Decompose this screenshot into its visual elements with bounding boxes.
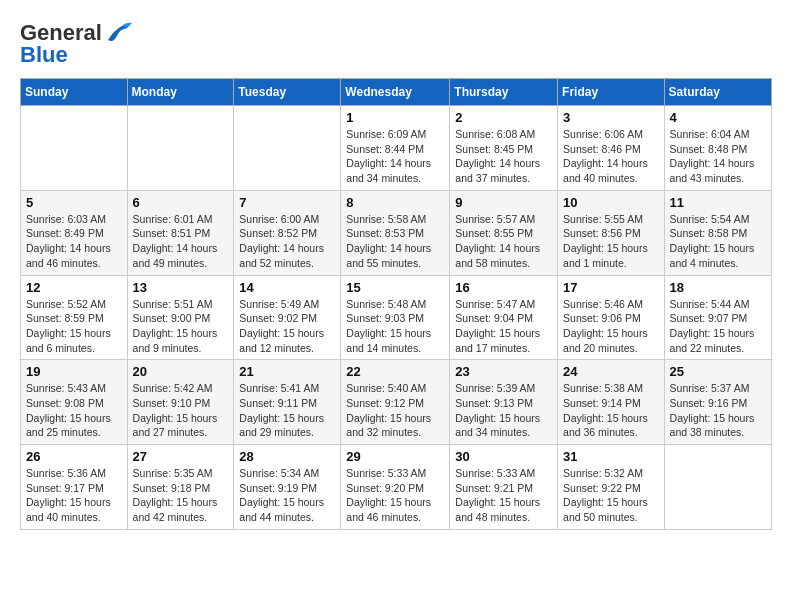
header-cell-friday: Friday xyxy=(558,79,665,106)
day-cell-10: 10Sunrise: 5:55 AM Sunset: 8:56 PM Dayli… xyxy=(558,190,665,275)
week-row-4: 19Sunrise: 5:43 AM Sunset: 9:08 PM Dayli… xyxy=(21,360,772,445)
day-number: 14 xyxy=(239,280,335,295)
day-cell-17: 17Sunrise: 5:46 AM Sunset: 9:06 PM Dayli… xyxy=(558,275,665,360)
day-info: Sunrise: 6:09 AM Sunset: 8:44 PM Dayligh… xyxy=(346,127,444,186)
day-info: Sunrise: 5:32 AM Sunset: 9:22 PM Dayligh… xyxy=(563,466,659,525)
day-number: 27 xyxy=(133,449,229,464)
logo-bird-icon xyxy=(104,22,132,44)
week-row-2: 5Sunrise: 6:03 AM Sunset: 8:49 PM Daylig… xyxy=(21,190,772,275)
day-number: 5 xyxy=(26,195,122,210)
day-number: 7 xyxy=(239,195,335,210)
day-cell-27: 27Sunrise: 5:35 AM Sunset: 9:18 PM Dayli… xyxy=(127,445,234,530)
day-cell-18: 18Sunrise: 5:44 AM Sunset: 9:07 PM Dayli… xyxy=(664,275,771,360)
day-info: Sunrise: 6:04 AM Sunset: 8:48 PM Dayligh… xyxy=(670,127,766,186)
day-info: Sunrise: 5:47 AM Sunset: 9:04 PM Dayligh… xyxy=(455,297,552,356)
week-row-3: 12Sunrise: 5:52 AM Sunset: 8:59 PM Dayli… xyxy=(21,275,772,360)
day-cell-28: 28Sunrise: 5:34 AM Sunset: 9:19 PM Dayli… xyxy=(234,445,341,530)
day-cell-12: 12Sunrise: 5:52 AM Sunset: 8:59 PM Dayli… xyxy=(21,275,128,360)
day-info: Sunrise: 5:49 AM Sunset: 9:02 PM Dayligh… xyxy=(239,297,335,356)
day-cell-21: 21Sunrise: 5:41 AM Sunset: 9:11 PM Dayli… xyxy=(234,360,341,445)
header-cell-tuesday: Tuesday xyxy=(234,79,341,106)
day-info: Sunrise: 5:40 AM Sunset: 9:12 PM Dayligh… xyxy=(346,381,444,440)
day-number: 26 xyxy=(26,449,122,464)
day-cell-6: 6Sunrise: 6:01 AM Sunset: 8:51 PM Daylig… xyxy=(127,190,234,275)
header-cell-monday: Monday xyxy=(127,79,234,106)
day-number: 21 xyxy=(239,364,335,379)
week-row-1: 1Sunrise: 6:09 AM Sunset: 8:44 PM Daylig… xyxy=(21,106,772,191)
day-info: Sunrise: 5:34 AM Sunset: 9:19 PM Dayligh… xyxy=(239,466,335,525)
day-number: 4 xyxy=(670,110,766,125)
day-number: 10 xyxy=(563,195,659,210)
empty-cell xyxy=(21,106,128,191)
day-number: 13 xyxy=(133,280,229,295)
day-number: 31 xyxy=(563,449,659,464)
day-info: Sunrise: 5:48 AM Sunset: 9:03 PM Dayligh… xyxy=(346,297,444,356)
day-number: 1 xyxy=(346,110,444,125)
day-number: 23 xyxy=(455,364,552,379)
day-info: Sunrise: 5:33 AM Sunset: 9:21 PM Dayligh… xyxy=(455,466,552,525)
day-number: 2 xyxy=(455,110,552,125)
empty-cell xyxy=(664,445,771,530)
day-cell-8: 8Sunrise: 5:58 AM Sunset: 8:53 PM Daylig… xyxy=(341,190,450,275)
day-number: 8 xyxy=(346,195,444,210)
day-info: Sunrise: 5:33 AM Sunset: 9:20 PM Dayligh… xyxy=(346,466,444,525)
day-info: Sunrise: 6:03 AM Sunset: 8:49 PM Dayligh… xyxy=(26,212,122,271)
day-cell-2: 2Sunrise: 6:08 AM Sunset: 8:45 PM Daylig… xyxy=(450,106,558,191)
logo-blue-text: Blue xyxy=(20,42,68,68)
day-number: 29 xyxy=(346,449,444,464)
day-number: 15 xyxy=(346,280,444,295)
day-cell-16: 16Sunrise: 5:47 AM Sunset: 9:04 PM Dayli… xyxy=(450,275,558,360)
day-info: Sunrise: 5:39 AM Sunset: 9:13 PM Dayligh… xyxy=(455,381,552,440)
day-cell-26: 26Sunrise: 5:36 AM Sunset: 9:17 PM Dayli… xyxy=(21,445,128,530)
day-info: Sunrise: 5:52 AM Sunset: 8:59 PM Dayligh… xyxy=(26,297,122,356)
day-cell-22: 22Sunrise: 5:40 AM Sunset: 9:12 PM Dayli… xyxy=(341,360,450,445)
day-number: 22 xyxy=(346,364,444,379)
day-info: Sunrise: 5:44 AM Sunset: 9:07 PM Dayligh… xyxy=(670,297,766,356)
day-info: Sunrise: 5:55 AM Sunset: 8:56 PM Dayligh… xyxy=(563,212,659,271)
day-number: 18 xyxy=(670,280,766,295)
day-number: 12 xyxy=(26,280,122,295)
day-info: Sunrise: 5:58 AM Sunset: 8:53 PM Dayligh… xyxy=(346,212,444,271)
day-info: Sunrise: 5:36 AM Sunset: 9:17 PM Dayligh… xyxy=(26,466,122,525)
day-info: Sunrise: 6:00 AM Sunset: 8:52 PM Dayligh… xyxy=(239,212,335,271)
day-info: Sunrise: 6:08 AM Sunset: 8:45 PM Dayligh… xyxy=(455,127,552,186)
day-info: Sunrise: 5:54 AM Sunset: 8:58 PM Dayligh… xyxy=(670,212,766,271)
day-number: 9 xyxy=(455,195,552,210)
day-cell-4: 4Sunrise: 6:04 AM Sunset: 8:48 PM Daylig… xyxy=(664,106,771,191)
day-number: 17 xyxy=(563,280,659,295)
day-number: 3 xyxy=(563,110,659,125)
day-info: Sunrise: 5:42 AM Sunset: 9:10 PM Dayligh… xyxy=(133,381,229,440)
day-cell-11: 11Sunrise: 5:54 AM Sunset: 8:58 PM Dayli… xyxy=(664,190,771,275)
day-number: 24 xyxy=(563,364,659,379)
day-cell-24: 24Sunrise: 5:38 AM Sunset: 9:14 PM Dayli… xyxy=(558,360,665,445)
day-cell-14: 14Sunrise: 5:49 AM Sunset: 9:02 PM Dayli… xyxy=(234,275,341,360)
day-info: Sunrise: 5:51 AM Sunset: 9:00 PM Dayligh… xyxy=(133,297,229,356)
day-number: 6 xyxy=(133,195,229,210)
empty-cell xyxy=(234,106,341,191)
day-number: 11 xyxy=(670,195,766,210)
day-cell-7: 7Sunrise: 6:00 AM Sunset: 8:52 PM Daylig… xyxy=(234,190,341,275)
day-cell-20: 20Sunrise: 5:42 AM Sunset: 9:10 PM Dayli… xyxy=(127,360,234,445)
empty-cell xyxy=(127,106,234,191)
calendar-table: SundayMondayTuesdayWednesdayThursdayFrid… xyxy=(20,78,772,530)
day-number: 30 xyxy=(455,449,552,464)
day-info: Sunrise: 5:41 AM Sunset: 9:11 PM Dayligh… xyxy=(239,381,335,440)
day-info: Sunrise: 5:43 AM Sunset: 9:08 PM Dayligh… xyxy=(26,381,122,440)
day-info: Sunrise: 6:01 AM Sunset: 8:51 PM Dayligh… xyxy=(133,212,229,271)
page-header: General Blue xyxy=(20,20,772,68)
day-info: Sunrise: 5:46 AM Sunset: 9:06 PM Dayligh… xyxy=(563,297,659,356)
day-cell-19: 19Sunrise: 5:43 AM Sunset: 9:08 PM Dayli… xyxy=(21,360,128,445)
day-cell-15: 15Sunrise: 5:48 AM Sunset: 9:03 PM Dayli… xyxy=(341,275,450,360)
header-cell-sunday: Sunday xyxy=(21,79,128,106)
day-info: Sunrise: 6:06 AM Sunset: 8:46 PM Dayligh… xyxy=(563,127,659,186)
day-cell-30: 30Sunrise: 5:33 AM Sunset: 9:21 PM Dayli… xyxy=(450,445,558,530)
day-info: Sunrise: 5:37 AM Sunset: 9:16 PM Dayligh… xyxy=(670,381,766,440)
header-cell-wednesday: Wednesday xyxy=(341,79,450,106)
header-cell-saturday: Saturday xyxy=(664,79,771,106)
day-number: 25 xyxy=(670,364,766,379)
day-cell-31: 31Sunrise: 5:32 AM Sunset: 9:22 PM Dayli… xyxy=(558,445,665,530)
day-cell-13: 13Sunrise: 5:51 AM Sunset: 9:00 PM Dayli… xyxy=(127,275,234,360)
logo: General Blue xyxy=(20,20,132,68)
day-number: 19 xyxy=(26,364,122,379)
week-row-5: 26Sunrise: 5:36 AM Sunset: 9:17 PM Dayli… xyxy=(21,445,772,530)
